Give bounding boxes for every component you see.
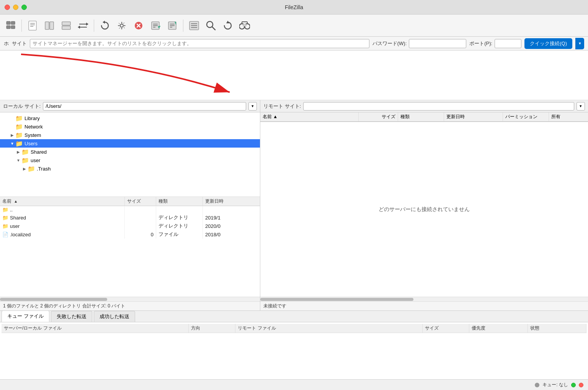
remote-empty-message: どのサーバーにも接続されていません	[379, 206, 470, 213]
status-dot-help	[535, 383, 539, 387]
quick-connect-dropdown[interactable]: ▾	[575, 38, 584, 49]
folder-icon-user: 📁	[21, 157, 29, 164]
file-size-cell	[125, 206, 156, 214]
split-view-button[interactable]	[42, 18, 57, 34]
tree-label-system: System	[24, 132, 41, 138]
table-row[interactable]: 📁user ディレクトリ 2020/0	[0, 222, 260, 230]
tree-item-library[interactable]: 📁 Library	[0, 114, 260, 122]
remote-col-size[interactable]: サイズ	[359, 112, 398, 122]
local-path-input[interactable]	[43, 102, 246, 110]
tree-item-system[interactable]: ▶ 📁 System	[0, 131, 260, 139]
tab-queue-files[interactable]: キュー ファイル	[2, 310, 49, 322]
queue-col-remote[interactable]: リモート ファイル	[235, 324, 423, 333]
file-table-header: 名前 ▲ サイズ 種類 更新日時	[0, 197, 260, 206]
remote-status-bar: 未接続です	[260, 301, 588, 310]
close-button[interactable]	[5, 5, 10, 10]
remote-column-headers: 名前 ▲ サイズ 種類 更新日時 パーミッション 所有	[260, 112, 588, 122]
tree-item-user[interactable]: ▼ 📁 user	[0, 156, 260, 164]
sort-arrow: ▲	[14, 199, 18, 203]
queue-status-text: キュー: なし	[542, 382, 568, 388]
col-type-header[interactable]: 種類	[156, 197, 203, 206]
transfer-arrows-button[interactable]	[75, 18, 91, 34]
remote-path-input[interactable]	[303, 102, 574, 110]
col-size-header[interactable]: サイズ	[125, 197, 156, 206]
local-status-bar: 1 個のファイルと 2 個のディレクトリ 合計サイズ: 0 バイト	[0, 301, 260, 310]
remote-col-perm[interactable]: パーミッション	[503, 112, 549, 122]
queue-col-priority[interactable]: 優先度	[469, 324, 528, 333]
local-path-dropdown[interactable]: ▾	[248, 102, 257, 110]
tree-arrow-system: ▶	[9, 131, 15, 139]
remote-table-header: 名前 ▲ サイズ 種類 更新日時 パーミッション 所有	[260, 112, 588, 122]
minimize-button[interactable]	[13, 5, 18, 10]
remote-path-dropdown[interactable]: ▾	[577, 102, 585, 110]
svg-point-17	[120, 24, 123, 27]
folder-icon-shared-file: 📁	[2, 215, 8, 221]
remote-status-text: 未接続です	[263, 303, 286, 309]
col-date-header[interactable]: 更新日時	[203, 197, 260, 206]
site-manager-button[interactable]	[3, 18, 18, 34]
tree-label-network: Network	[24, 124, 43, 130]
remote-scrollbar-thumb[interactable]	[260, 298, 413, 301]
text-editor-button[interactable]	[25, 18, 40, 34]
svg-rect-9	[50, 22, 54, 29]
tree-arrow-users: ▼	[9, 139, 15, 148]
tree-arrow-library	[9, 114, 15, 122]
tree-item-shared[interactable]: ▶ 📁 Shared	[0, 148, 260, 156]
log-button[interactable]	[148, 18, 163, 34]
tree-item-trash[interactable]: ▶ 📁 .Trash	[0, 164, 260, 173]
reconnect-button[interactable]	[97, 18, 113, 34]
tab-successful-transfers[interactable]: 成功した転送	[94, 311, 135, 322]
window-title: FileZilla	[285, 4, 303, 10]
folder-icon-network: 📁	[15, 123, 23, 130]
toolbar	[0, 15, 588, 37]
toolbar-separator-1	[21, 20, 22, 32]
local-file-list: 名前 ▲ サイズ 種類 更新日時 📁..	[0, 197, 260, 297]
cancel-transfer-button[interactable]	[131, 18, 146, 34]
queue-col-direction[interactable]: 方向	[189, 324, 235, 333]
tree-item-users[interactable]: ▼ 📁 Users	[0, 139, 260, 148]
toggle-view-button[interactable]	[59, 18, 74, 34]
file-date-cell	[203, 206, 260, 214]
remote-panel: リモート サイト: ▾ 名前 ▲ サイズ 種類 更新日時 パーミッション 所有	[260, 100, 588, 310]
remote-scrollbar[interactable]	[260, 297, 588, 301]
table-row[interactable]: 📄.localized 0 ファイル 2018/0	[0, 230, 260, 239]
quick-connect-button[interactable]: クイック接続(Q)	[524, 38, 572, 49]
file-search-button[interactable]	[203, 18, 219, 34]
file-size-cell: 0	[125, 230, 156, 239]
tree-label-users: Users	[24, 141, 38, 146]
folder-icon-system: 📁	[15, 132, 23, 139]
port-input[interactable]	[495, 39, 521, 48]
password-label: パスワード(W):	[372, 40, 407, 47]
remote-file-list: どのサーバーにも接続されていません	[260, 122, 588, 297]
titlebar: FileZilla	[0, 0, 588, 15]
queue-col-size[interactable]: サイズ	[423, 324, 469, 333]
queue-area: キュー ファイル 失敗した転送 成功した転送 サーバー/ローカル ファイル 方向…	[0, 310, 588, 379]
password-input[interactable]	[409, 39, 466, 48]
host-input[interactable]	[30, 39, 369, 48]
binoculars-button[interactable]	[237, 18, 252, 34]
bottom-status-bar: キュー: なし	[0, 379, 588, 390]
tab-failed-transfers[interactable]: 失敗した転送	[51, 311, 92, 322]
toolbar-separator-3	[183, 20, 183, 32]
refresh-button[interactable]	[220, 18, 235, 34]
queue-table-header: サーバー/ローカル ファイル 方向 リモート ファイル サイズ 優先度 状態	[2, 324, 586, 333]
local-scrollbar-thumb[interactable]	[0, 298, 107, 301]
local-scrollbar[interactable]	[0, 297, 260, 301]
queue-col-local[interactable]: サーバー/ローカル ファイル	[2, 324, 189, 333]
maximize-button[interactable]	[21, 5, 27, 10]
table-row[interactable]: 📁Shared ディレクトリ 2019/1	[0, 213, 260, 222]
table-row[interactable]: 📁..	[0, 206, 260, 214]
settings-button[interactable]	[114, 18, 129, 34]
remote-col-owner[interactable]: 所有	[549, 112, 588, 122]
toolbar-separator-2	[94, 20, 94, 32]
tree-item-network[interactable]: 📁 Network	[0, 122, 260, 131]
remote-col-type[interactable]: 種類	[398, 112, 444, 122]
remote-col-date[interactable]: 更新日時	[444, 112, 503, 122]
queue-col-status[interactable]: 状態	[528, 324, 586, 333]
svg-rect-8	[45, 22, 49, 29]
queue-button[interactable]	[186, 18, 202, 34]
col-name-header[interactable]: 名前 ▲	[0, 197, 125, 206]
status-dot-red	[579, 383, 583, 387]
remote-col-name[interactable]: 名前 ▲	[260, 112, 359, 122]
bookmark-button[interactable]	[165, 18, 180, 34]
